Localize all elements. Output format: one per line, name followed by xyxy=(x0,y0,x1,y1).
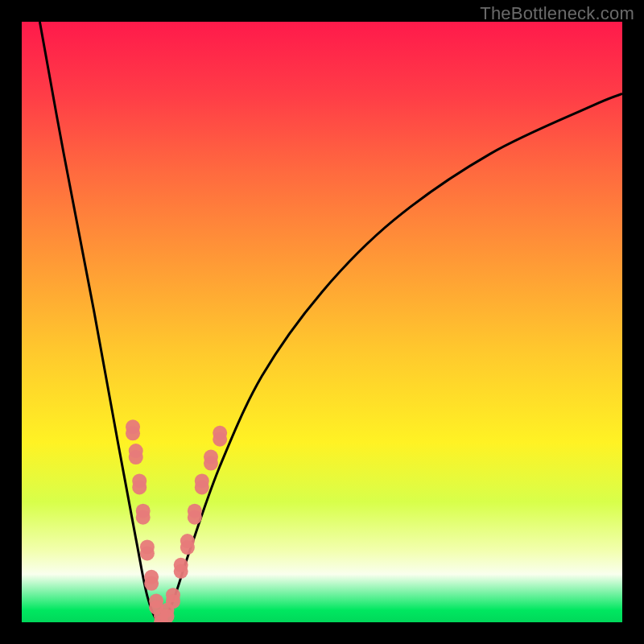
marker-point xyxy=(180,534,195,555)
svg-point-21 xyxy=(174,564,188,579)
marker-point xyxy=(195,473,209,494)
svg-point-11 xyxy=(144,576,159,591)
plot-area xyxy=(22,22,622,622)
marker-point xyxy=(188,504,202,525)
svg-point-19 xyxy=(166,594,180,609)
marker-point xyxy=(213,426,227,447)
svg-point-3 xyxy=(129,450,143,464)
marker-point xyxy=(136,504,151,525)
svg-point-7 xyxy=(136,510,151,525)
svg-point-29 xyxy=(204,456,218,471)
marker-point xyxy=(126,419,140,440)
marker-point xyxy=(144,570,159,591)
marker-point xyxy=(204,450,218,471)
chart-overlay xyxy=(22,22,622,622)
marker-point xyxy=(129,444,143,464)
svg-point-25 xyxy=(188,510,202,525)
marker-point xyxy=(132,473,147,494)
svg-point-27 xyxy=(195,480,209,494)
watermark-text: TheBottleneck.com xyxy=(480,3,634,24)
chart-frame: TheBottleneck.com xyxy=(0,0,644,644)
svg-point-23 xyxy=(180,540,195,555)
marker-point xyxy=(174,558,188,579)
svg-point-31 xyxy=(213,432,227,447)
marker-point xyxy=(166,588,180,609)
svg-point-1 xyxy=(126,426,140,440)
svg-point-5 xyxy=(132,480,147,494)
svg-point-9 xyxy=(140,546,155,560)
marker-point xyxy=(140,539,155,560)
marker-group xyxy=(126,419,227,622)
bottleneck-curve xyxy=(39,22,622,622)
